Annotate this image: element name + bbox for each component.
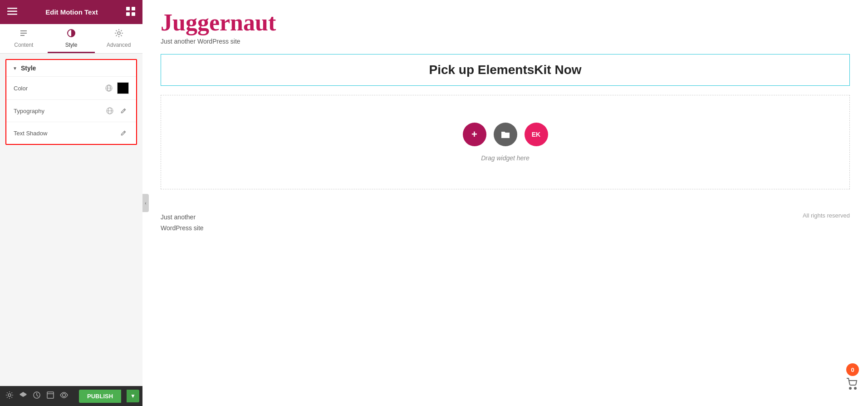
style-icon (67, 29, 76, 40)
svg-point-17 (849, 387, 851, 389)
color-swatch[interactable] (117, 82, 129, 94)
left-panel: Edit Motion Text Content (0, 0, 142, 406)
cart-badge-container: 0 (846, 363, 859, 392)
content-icon (19, 29, 28, 40)
folder-widget-button[interactable] (494, 123, 517, 146)
publish-arrow-button[interactable]: ▼ (127, 390, 139, 402)
widget-area: + EK Drag widget here (161, 95, 850, 189)
drag-text: Drag widget here (481, 154, 530, 162)
site-footer: Just another WordPress site All rights r… (142, 198, 868, 261)
color-controls (103, 82, 129, 94)
typography-edit-icon[interactable] (118, 105, 129, 116)
text-shadow-row: Text Shadow (6, 122, 136, 144)
panel-tabs: Content Style Advanced (0, 24, 142, 54)
main-content: Juggernaut Just another WordPress site P… (142, 0, 868, 406)
layers-icon[interactable] (19, 391, 27, 401)
style-section-title: Style (21, 64, 36, 72)
color-label: Color (14, 85, 28, 92)
svg-rect-2 (7, 14, 17, 15)
typography-row: Typography (6, 100, 136, 122)
svg-point-16 (63, 394, 66, 397)
svg-rect-0 (7, 8, 17, 9)
svg-rect-4 (132, 7, 135, 10)
style-section-header[interactable]: ▼ Style (6, 60, 136, 77)
site-header: Juggernaut Just another WordPress site (142, 0, 868, 50)
bottom-toolbar: PUBLISH ▼ (0, 386, 142, 406)
left-panel-wrapper: Edit Motion Text Content (0, 0, 142, 406)
text-shadow-label: Text Shadow (14, 130, 47, 137)
cart-icon[interactable] (846, 378, 859, 392)
panel-collapse-handle[interactable]: ‹ (142, 194, 149, 212)
template-icon[interactable] (46, 391, 54, 401)
color-row: Color (6, 77, 136, 100)
style-section: ▼ Style Color (5, 59, 137, 145)
site-preview: Juggernaut Just another WordPress site P… (142, 0, 868, 406)
footer-rights: All rights reserved (803, 212, 850, 219)
svg-rect-3 (126, 7, 130, 10)
svg-point-13 (8, 394, 11, 396)
pick-up-text: Pick up ElementsKit Now (429, 63, 581, 77)
tab-advanced[interactable]: Advanced (95, 24, 142, 53)
panel-header: Edit Motion Text (0, 0, 142, 24)
svg-point-8 (118, 32, 120, 35)
site-tagline: Just another WordPress site (161, 38, 850, 45)
tab-content-label: Content (14, 42, 33, 48)
typography-label: Typography (14, 108, 44, 114)
tab-style-label: Style (65, 42, 78, 48)
history-icon[interactable] (33, 391, 41, 401)
typography-globe-icon[interactable] (104, 105, 115, 116)
preview-icon[interactable] (60, 391, 68, 401)
panel-content: ▼ Style Color (0, 54, 142, 386)
panel-title: Edit Motion Text (45, 8, 98, 16)
grid-icon[interactable] (126, 7, 135, 18)
publish-button[interactable]: PUBLISH (79, 390, 121, 403)
site-title: Juggernaut (161, 9, 850, 36)
svg-rect-6 (132, 12, 135, 16)
settings-icon[interactable] (5, 391, 14, 401)
pick-up-banner: Pick up ElementsKit Now (161, 54, 850, 86)
svg-rect-1 (7, 10, 17, 12)
svg-rect-5 (126, 12, 130, 16)
tab-content[interactable]: Content (0, 24, 48, 53)
cart-count-badge: 0 (846, 363, 859, 376)
ek-widget-button[interactable]: EK (525, 123, 548, 146)
widget-buttons: + EK (463, 123, 548, 146)
color-globe-icon[interactable] (103, 83, 114, 94)
svg-point-18 (854, 387, 856, 389)
svg-rect-15 (47, 392, 54, 398)
hamburger-icon[interactable] (7, 8, 17, 17)
footer-tagline: Just another WordPress site (161, 212, 204, 234)
text-shadow-controls (118, 128, 129, 139)
tab-style[interactable]: Style (48, 24, 95, 53)
tab-advanced-label: Advanced (107, 42, 131, 48)
advanced-icon (114, 29, 123, 40)
typography-controls (104, 105, 129, 116)
add-widget-button[interactable]: + (463, 123, 486, 146)
text-shadow-edit-icon[interactable] (118, 128, 129, 139)
collapse-arrow-icon: ▼ (13, 66, 17, 71)
